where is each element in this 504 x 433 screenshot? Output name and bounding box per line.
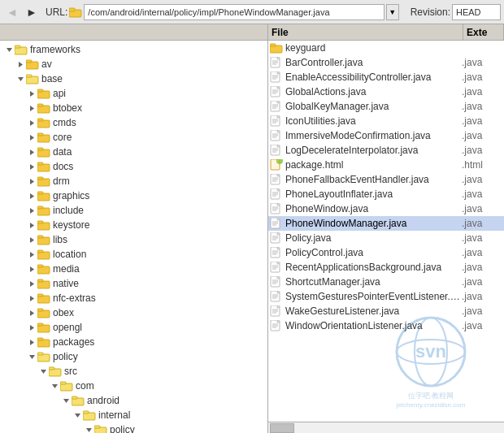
url-dropdown-button[interactable]: ▼ <box>386 4 399 20</box>
tree-item[interactable]: docs <box>0 159 267 174</box>
tree-item[interactable]: include <box>0 203 267 218</box>
svg-marker-38 <box>30 223 34 228</box>
tree-toggle[interactable] <box>26 117 37 128</box>
hscroll-thumb <box>270 423 294 433</box>
file-row[interactable]: keyguard <box>268 41 504 55</box>
tree-toggle[interactable] <box>26 249 37 260</box>
file-name: RecentApplicationsBackground.java <box>285 262 462 273</box>
tree-item[interactable]: core <box>0 130 267 145</box>
tree-toggle[interactable] <box>26 351 37 362</box>
file-row[interactable]: LogDecelerateInterpolator.java.java <box>268 143 504 158</box>
tree-toggle[interactable] <box>26 205 37 216</box>
svg-marker-68 <box>41 370 46 374</box>
tree-toggle[interactable] <box>15 73 26 84</box>
tree-item[interactable]: drm <box>0 174 267 188</box>
tree-toggle[interactable] <box>15 58 26 70</box>
tree-toggle[interactable] <box>26 219 37 231</box>
file-list[interactable]: keyguard BarController.java.java EnableA… <box>268 41 504 422</box>
file-icon <box>270 145 283 156</box>
tree-item[interactable]: frameworks <box>0 42 267 57</box>
tree-toggle[interactable] <box>26 161 37 172</box>
url-input[interactable] <box>84 4 384 20</box>
tree-item[interactable]: api <box>0 86 267 101</box>
file-name: PhoneLayoutInflater.java <box>285 188 462 200</box>
tree-toggle[interactable] <box>60 395 72 406</box>
tree-toggle[interactable] <box>72 409 83 421</box>
file-row[interactable]: GlobalKeyManager.java.java <box>268 99 504 114</box>
tree-toggle[interactable] <box>26 190 37 201</box>
file-row[interactable]: ShortcutManager.java.java <box>268 275 504 289</box>
revision-input[interactable] <box>452 4 501 20</box>
tree-item[interactable]: opengl <box>0 320 267 335</box>
tree-toggle[interactable] <box>26 292 37 304</box>
file-row[interactable]: PhoneFallbackEventHandler.java.java <box>268 172 504 187</box>
tree-toggle[interactable] <box>26 307 37 318</box>
tree-item[interactable]: base <box>0 71 267 86</box>
svg-rect-43 <box>37 236 43 238</box>
tree-toggle[interactable] <box>37 366 49 377</box>
file-row[interactable]: PolicyControl.java.java <box>268 245 504 260</box>
file-row[interactable]: RecentApplicationsBackground.java.java <box>268 260 504 275</box>
forward-button[interactable]: ► <box>23 3 41 21</box>
tree-toggle[interactable] <box>83 424 94 433</box>
tree-content[interactable]: frameworks av base api btobex cmds core … <box>0 41 267 433</box>
file-row[interactable]: EnableAccessibilityController.java.java <box>268 70 504 84</box>
tree-item[interactable]: nfc-extras <box>0 291 267 305</box>
file-row[interactable]: GlobalActions.java.java <box>268 84 504 99</box>
tree-toggle[interactable] <box>26 234 37 245</box>
file-row[interactable]: WindowOrientationListener.java.java <box>268 318 504 333</box>
tree-item[interactable]: native <box>0 276 267 291</box>
tree-toggle[interactable] <box>26 263 37 275</box>
file-ext: .java <box>462 218 502 229</box>
tree-item[interactable]: android <box>0 393 267 408</box>
file-row[interactable]: Policy.java.java <box>268 231 504 245</box>
folder-icon <box>37 234 50 245</box>
tree-item[interactable]: packages <box>0 335 267 349</box>
tree-toggle[interactable] <box>26 336 37 348</box>
tree-toggle[interactable] <box>26 146 37 158</box>
svg-marker-23 <box>30 149 34 155</box>
file-row[interactable]: PhoneWindowManager.java.java <box>268 216 504 231</box>
tree-item[interactable]: cmds <box>0 115 267 130</box>
file-row[interactable]: PhoneWindow.java.java <box>268 201 504 216</box>
file-row[interactable]: ImmersiveModeConfirmation.java.java <box>268 128 504 143</box>
file-row[interactable]: IconUtilities.java.java <box>268 114 504 128</box>
svg-marker-71 <box>52 384 58 388</box>
tree-toggle[interactable] <box>49 380 60 392</box>
tree-item[interactable]: location <box>0 247 267 262</box>
file-row[interactable]: PhoneLayoutInflater.java.java <box>268 187 504 201</box>
tree-item[interactable]: com <box>0 379 267 393</box>
tree-toggle[interactable] <box>26 175 37 187</box>
tree-toggle[interactable] <box>26 102 37 114</box>
tree-item[interactable]: data <box>0 145 267 159</box>
file-row[interactable]: WakeGestureListener.java.java <box>268 304 504 318</box>
tree-item[interactable]: media <box>0 262 267 276</box>
tree-item[interactable]: src <box>0 364 267 379</box>
tree-toggle[interactable] <box>26 88 37 99</box>
tree-item[interactable]: obex <box>0 305 267 320</box>
file-row[interactable]: BarController.java.java <box>268 55 504 70</box>
svg-marker-2 <box>7 48 12 52</box>
tree-toggle[interactable] <box>26 132 37 143</box>
tree-item[interactable]: internal <box>0 408 267 422</box>
file-row[interactable]: package.html.html <box>268 158 504 172</box>
tree-toggle[interactable] <box>26 322 37 333</box>
file-name: PhoneWindowManager.java <box>285 218 462 229</box>
file-row[interactable]: SystemGesturesPointerEventListener.java.… <box>268 289 504 304</box>
folder-icon <box>37 249 50 260</box>
svg-rect-61 <box>37 323 43 326</box>
horizontal-scrollbar[interactable] <box>268 422 504 433</box>
folder-icon <box>69 6 82 18</box>
tree-item[interactable]: policy <box>0 422 267 433</box>
tree-item[interactable]: libs <box>0 232 267 247</box>
file-list-header: File Exte <box>268 24 504 41</box>
tree-item[interactable]: policy <box>0 349 267 364</box>
tree-item[interactable]: graphics <box>0 188 267 203</box>
back-button[interactable]: ◄ <box>3 3 21 21</box>
svg-rect-16 <box>37 104 43 106</box>
tree-item[interactable]: keystore <box>0 218 267 232</box>
tree-item[interactable]: btobex <box>0 101 267 115</box>
tree-item[interactable]: av <box>0 57 267 71</box>
tree-toggle[interactable] <box>26 278 37 289</box>
tree-toggle[interactable] <box>3 44 15 55</box>
